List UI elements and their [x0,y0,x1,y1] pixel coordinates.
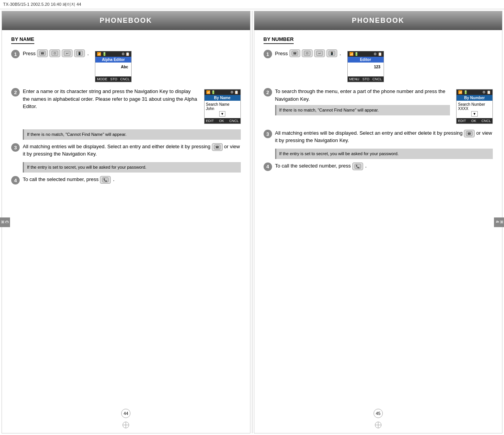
svg-text:☎: ☎ [41,52,44,55]
svg-text:📱: 📱 [330,51,334,55]
right-step-3-content: All matching entries will be displayed. … [275,129,493,143]
svg-point-4 [54,53,56,54]
right-screen-1-body: 123 [348,63,384,76]
left-page-title: PHONEBOOK [2,11,250,30]
left-step-3-num: 3 [11,143,20,152]
right-step-4-num: 4 [264,162,272,171]
btn-icon-3: ↩ [62,49,73,57]
right-step-1-press: Press ☎ ↩ [275,49,341,57]
page-divider [252,11,252,433]
pages-container: PHONEBOOK BY NAME 1 Press ☎ [0,9,504,435]
top-bar: TX-30B5/15-1 2002.5.20 16:40 페이지 44 [0,0,504,9]
right-page-content: BY NUMBER 1 Press ☎ [254,30,502,406]
left-screen-2-footer: EDIT OK CNCL [205,118,240,124]
left-screen-2-body: Search Name John ▼ [205,101,240,118]
right-step-2-num: 2 [264,88,272,96]
right-step-3-text: All matching entries will be displayed. … [275,130,464,136]
left-step-3: 3 All matching entries will be displayed… [11,143,241,157]
right-screen-1-title: Editor [348,57,384,63]
left-step-4-num: 4 [11,176,20,184]
right-btn-icon-3: ↩ [314,49,325,57]
right-step-1-num: 1 [264,50,272,58]
left-screen-1: 📶 🔋 ⚙ 📋 Alpha Editor Abc MODE STO CNCL [95,51,132,82]
left-screen-1-header: 📶 🔋 ⚙ 📋 [95,51,131,57]
right-btn-icon-4: 📱 [326,49,337,57]
left-page: PHONEBOOK BY NAME 1 Press ☎ [2,11,250,433]
left-crosshair-bottom [2,421,250,433]
right-screen-1: 📶 🔋 ⚙ 📋 Editor 123 MENU STO CNCL [347,51,384,82]
right-ch-tab: CH4 [494,217,504,227]
left-step-2-text: Enter a name or its character string and… [23,88,197,109]
left-step-1: 1 Press ☎ [11,49,241,82]
left-step-2-content: Enter a name or its character string and… [23,88,241,124]
left-step-4-period: . [113,176,115,182]
svg-text:☎: ☎ [467,132,471,135]
svg-text:📞: 📞 [103,178,107,182]
left-screen-1-footer: MODE STO CNCL [95,76,131,82]
right-step-2: 2 To search through the menu, enter a pa… [264,88,493,124]
left-step-2: 2 Enter a name or its character string a… [11,88,241,124]
left-step-1-press: Press ☎ ↩ [23,49,89,57]
svg-text:📞: 📞 [356,164,360,168]
right-step-1-press-text: Press [275,51,288,56]
left-step-4: 4 To call the selected number, press 📞 . [11,176,241,184]
svg-text:↩: ↩ [66,52,69,55]
left-screen-1-title: Alpha Editor [95,57,131,63]
left-ch-tab: CH4 [0,217,10,227]
right-screen-1-header: 📶 🔋 ⚙ 📋 [348,51,384,57]
left-page-num: 44 [2,406,250,421]
right-step-1: 1 Press ☎ [264,49,493,82]
right-screen-1-footer: MENU STO CNCL [348,76,384,82]
left-step-4-text: To call the selected number, press [23,176,100,182]
left-step-3-text: All matching entries will be displayed. … [23,144,212,149]
left-step-4-icon: 📞 [100,176,111,184]
right-note-step2: If there is no match, "Cannot Find Name"… [275,105,450,115]
btn-icon-2 [49,49,60,57]
left-step-1-num: 1 [11,50,20,58]
left-screen-1-body: Abc [95,63,131,76]
right-page-title: PHONEBOOK [254,11,502,30]
btn-icon-4: 📱 [74,49,85,57]
svg-point-20 [306,53,308,54]
right-screen-2-title: By Number [457,95,492,101]
svg-text:📱: 📱 [78,51,81,55]
svg-text:☎: ☎ [293,52,297,55]
right-step-2-content: To search through the menu, enter a part… [275,88,493,124]
right-step-3-num: 3 [264,130,272,138]
right-screen-2-footer: EDIT OK CNCL [457,118,492,124]
left-screen-2: 📶 🔋 ⚙ 📋 By Name Search Name John ▼ [204,89,241,124]
left-section-title: BY NAME [11,36,34,44]
right-step-4-period: . [365,162,367,169]
svg-text:↩: ↩ [318,52,321,55]
right-section-title: BY NUMBER [264,36,294,44]
right-step-2-text: To search through the menu, enter a part… [275,88,446,102]
right-btn-icon-1: ☎ [289,49,300,57]
left-note-2: If the entry is set to secret, you will … [23,162,241,173]
left-step-1-content: Press ☎ ↩ [23,49,241,82]
left-step-3-content: All matching entries will be displayed. … [23,143,241,157]
right-screen-2: 📶 🔋 ⚙ 📋 By Number Search Number XXXX ▼ [456,89,493,124]
right-step-4-icon: 📞 [352,162,363,170]
right-screen-2-body: Search Number XXXX ▼ [457,101,492,118]
left-note-1: If there is no match, "Cannot Find Name"… [23,129,241,140]
right-step-3: 3 All matching entries will be displayed… [264,129,493,143]
right-page-num: 45 [254,406,502,421]
right-step-1-period: . [340,50,341,56]
left-step-1-period: . [87,50,89,56]
left-screen-2-header: 📶 🔋 ⚙ 📋 [205,90,240,95]
right-step-3-icon: ☎ [464,130,475,137]
top-bar-text: TX-30B5/15-1 2002.5.20 16:40 페이지 44 [3,2,81,7]
right-note-2: If the entry is set to secret, you will … [275,149,493,159]
btn-icon-1: ☎ [37,49,48,57]
svg-text:☎: ☎ [215,146,219,149]
left-screen-2-title: By Name [205,95,240,101]
left-step-2-num: 2 [11,88,20,96]
left-step-4-content: To call the selected number, press 📞 . [23,176,241,184]
right-step-4-text: To call the selected number, press [275,163,352,169]
right-btn-icon-2 [302,49,313,57]
right-step-4-content: To call the selected number, press 📞 . [275,162,493,170]
left-page-content: BY NAME 1 Press ☎ [2,30,250,406]
right-page: PHONEBOOK BY NUMBER 1 Press ☎ [254,11,503,433]
right-step-1-content: Press ☎ ↩ [275,49,493,82]
right-screen-2-header: 📶 🔋 ⚙ 📋 [457,90,492,95]
